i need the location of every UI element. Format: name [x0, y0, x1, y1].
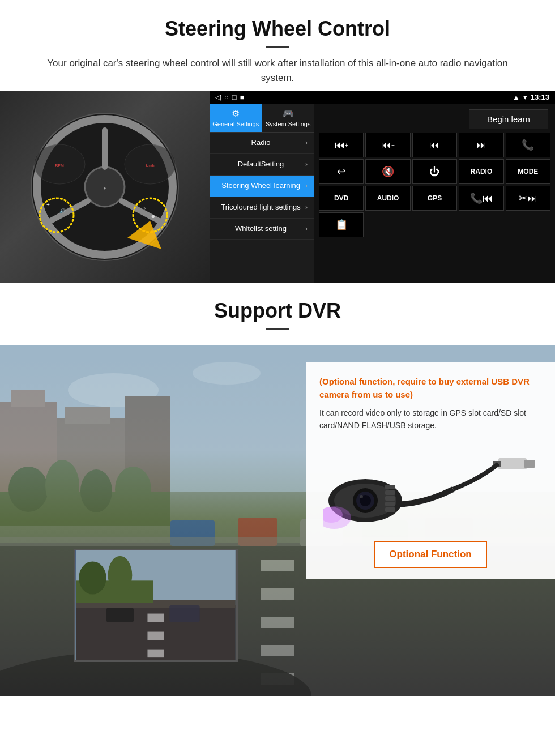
- svg-rect-57: [498, 458, 527, 469]
- menu-item-whitelist[interactable]: Whitelist setting ›: [210, 219, 314, 240]
- section-header: Steering Wheel Control Your original car…: [0, 0, 555, 91]
- svg-rect-35: [261, 617, 294, 628]
- power-button[interactable]: ⏻: [412, 159, 457, 184]
- android-controls: Begin learn ⏮+ ⏮− ⏮ ⏭ 📞 ↩ 🔇 ⏻ RADIO: [314, 104, 555, 283]
- arrow-icon: ›: [305, 182, 308, 190]
- dvr-camera-svg: [323, 444, 538, 529]
- tricoloured-label: Tricoloured light settings: [216, 203, 305, 212]
- tab-system-label: System Settings: [266, 121, 310, 127]
- svg-rect-34: [261, 588, 294, 600]
- android-statusbar: ◁ ○ □ ■ ▲ ▾ 13:13: [210, 91, 555, 104]
- android-panel: ◁ ○ □ ■ ▲ ▾ 13:13 ⚙: [210, 91, 555, 283]
- svg-point-21: [193, 362, 261, 385]
- whitelist-label: Whitelist setting: [216, 224, 305, 234]
- arrow-icon: ›: [305, 225, 308, 233]
- svg-rect-33: [261, 560, 294, 571]
- signal-icon: ▲: [513, 93, 520, 101]
- gear-icon: ⚙: [232, 108, 240, 119]
- tab-system-settings[interactable]: 🎮 System Settings: [262, 104, 315, 132]
- menu-item-defaultsetting[interactable]: DefaultSetting ›: [210, 154, 314, 176]
- svg-text:🔊: 🔊: [59, 207, 66, 214]
- dvd-button[interactable]: DVD: [319, 186, 364, 211]
- vol-up-button[interactable]: ⏮+: [319, 133, 364, 157]
- android-menu: ⚙ General Settings 🎮 System Settings Rad…: [210, 104, 314, 283]
- svg-point-53: [79, 561, 106, 594]
- swc-container: + − 🔊 ▷ ⊕ ● RPM km/h ◁ ○: [0, 91, 555, 283]
- prev-track-button[interactable]: ⏮: [412, 133, 457, 157]
- page-title: Steering Wheel Control: [34, 17, 521, 41]
- svg-text:RPM: RPM: [55, 164, 64, 168]
- next-track-button[interactable]: ⏭: [459, 133, 503, 157]
- recents-icon: □: [232, 93, 237, 101]
- statusbar-nav-icons: ◁ ○ □ ■: [215, 93, 245, 101]
- svg-text:+: +: [46, 202, 50, 208]
- system-icon: 🎮: [283, 108, 294, 119]
- begin-learn-row: Begin learn: [317, 106, 553, 133]
- audio-button[interactable]: AUDIO: [365, 186, 410, 211]
- clipboard-button[interactable]: 📋: [319, 212, 364, 237]
- svg-rect-71: [385, 502, 395, 506]
- gps-button[interactable]: GPS: [412, 186, 457, 211]
- svg-rect-48: [147, 614, 164, 622]
- arrow-icon: ›: [305, 139, 308, 147]
- svg-text:⊕: ⊕: [151, 214, 155, 219]
- svg-rect-68: [385, 485, 395, 489]
- steering-wheel-image: + − 🔊 ▷ ⊕ ● RPM km/h: [0, 91, 210, 283]
- cut-next-button[interactable]: ✂⏭: [506, 186, 550, 211]
- steering-section: Steering Wheel Control Your original car…: [0, 0, 555, 283]
- title-divider: [266, 46, 289, 48]
- svg-rect-58: [524, 460, 535, 468]
- dvr-preview-svg: [75, 550, 236, 660]
- steering-wheel-svg: + − 🔊 ▷ ⊕ ● RPM km/h: [14, 102, 195, 272]
- svg-rect-50: [147, 650, 164, 658]
- svg-rect-49: [147, 632, 164, 640]
- menu-item-tricoloured[interactable]: Tricoloured light settings ›: [210, 197, 314, 219]
- svg-point-54: [108, 556, 133, 595]
- arrow-icon: ›: [305, 160, 308, 168]
- tab-general-settings[interactable]: ⚙ General Settings: [210, 104, 262, 132]
- dvr-info-card: (Optional function, require to buy exter…: [306, 362, 555, 579]
- radio-label: Radio: [216, 138, 305, 148]
- menu-item-steering-learning[interactable]: Steering Wheel learning ›: [210, 176, 314, 197]
- svg-text:▷: ▷: [143, 206, 147, 211]
- svg-rect-69: [385, 490, 395, 495]
- back-button[interactable]: ↩: [319, 159, 364, 184]
- arrow-icon: ›: [305, 203, 308, 211]
- svg-text:●: ●: [104, 186, 106, 191]
- dvr-desc-text: It can record video only to storage in G…: [319, 407, 541, 432]
- svg-text:km/h: km/h: [146, 164, 154, 168]
- optional-function-button[interactable]: Optional Function: [374, 541, 487, 568]
- statusbar-time: 13:13: [531, 93, 549, 101]
- svg-point-28: [8, 467, 48, 512]
- dvr-preview-screen: [74, 549, 238, 662]
- section-subtitle: Your original car's steering wheel contr…: [34, 56, 521, 85]
- dvr-divider: [266, 328, 289, 330]
- phone-prev-button[interactable]: 📞⏮: [459, 186, 503, 211]
- dvr-bg-image: (Optional function, require to buy exter…: [0, 345, 555, 696]
- dvr-section-header: Support DVR: [0, 283, 555, 345]
- svg-rect-56: [169, 605, 199, 622]
- svg-rect-70: [385, 496, 395, 501]
- begin-learn-button[interactable]: Begin learn: [469, 109, 548, 129]
- steering-learning-label: Steering Wheel learning: [216, 181, 305, 191]
- svg-rect-36: [261, 645, 294, 656]
- home-icon: ○: [224, 93, 229, 101]
- control-grid: ⏮+ ⏮− ⏮ ⏭ 📞 ↩ 🔇 ⏻ RADIO MODE DVD AUDIO: [317, 133, 553, 237]
- vol-down-button[interactable]: ⏮−: [365, 133, 410, 157]
- radio-button[interactable]: RADIO: [459, 159, 503, 184]
- svg-point-30: [80, 469, 112, 512]
- menu-item-radio[interactable]: Radio ›: [210, 133, 314, 154]
- svg-rect-23: [11, 390, 45, 407]
- defaultsetting-label: DefaultSetting: [216, 160, 305, 169]
- phone-button[interactable]: 📞: [506, 133, 550, 157]
- android-body: ⚙ General Settings 🎮 System Settings Rad…: [210, 104, 555, 283]
- dvr-camera-image: [319, 441, 541, 532]
- menu-tabs: ⚙ General Settings 🎮 System Settings: [210, 104, 314, 133]
- svg-text:−: −: [46, 210, 50, 216]
- svg-point-65: [360, 495, 363, 498]
- wifi-icon: ▾: [523, 93, 527, 101]
- mode-button[interactable]: MODE: [506, 159, 550, 184]
- menu-icon: ■: [240, 93, 245, 101]
- mute-button[interactable]: 🔇: [365, 159, 410, 184]
- dvr-optional-text: (Optional function, require to buy exter…: [319, 375, 541, 401]
